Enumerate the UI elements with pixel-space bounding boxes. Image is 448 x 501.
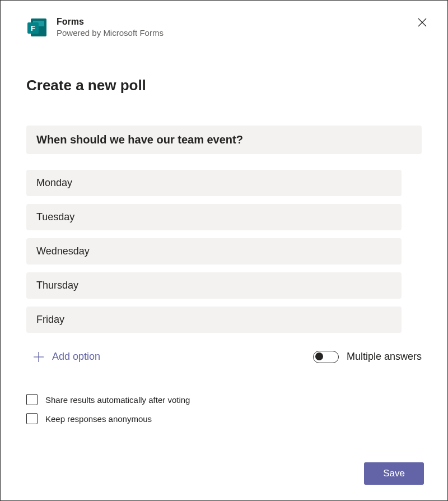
poll-option-input[interactable] (26, 238, 402, 265)
multiple-answers-label: Multiple answers (347, 351, 422, 363)
close-icon (417, 17, 427, 27)
save-button[interactable]: Save (364, 462, 424, 485)
checkbox-icon (26, 394, 38, 405)
poll-option-input[interactable] (26, 204, 402, 230)
svg-text:F: F (31, 24, 35, 33)
poll-option-input[interactable] (26, 170, 402, 196)
plus-icon (33, 351, 44, 363)
share-results-checkbox[interactable]: Share results automatically after voting (26, 394, 422, 405)
add-option-button[interactable]: Add option (26, 349, 105, 365)
page-title: Create a new poll (26, 77, 422, 94)
poll-question-input[interactable] (26, 126, 422, 154)
poll-option-input[interactable] (26, 272, 402, 299)
multiple-answers-toggle[interactable] (313, 351, 339, 363)
share-results-label: Share results automatically after voting (45, 395, 190, 405)
forms-app-icon: F (26, 16, 49, 39)
checkbox-icon (26, 413, 38, 424)
options-list (26, 170, 402, 341)
anonymous-label: Keep responses anonymous (45, 414, 152, 424)
close-button[interactable] (415, 15, 430, 31)
poll-option-input[interactable] (26, 307, 402, 333)
app-subtitle: Powered by Microsoft Forms (57, 27, 415, 39)
anonymous-checkbox[interactable]: Keep responses anonymous (26, 413, 422, 424)
app-title: Forms (57, 16, 415, 27)
add-option-label: Add option (52, 351, 100, 363)
